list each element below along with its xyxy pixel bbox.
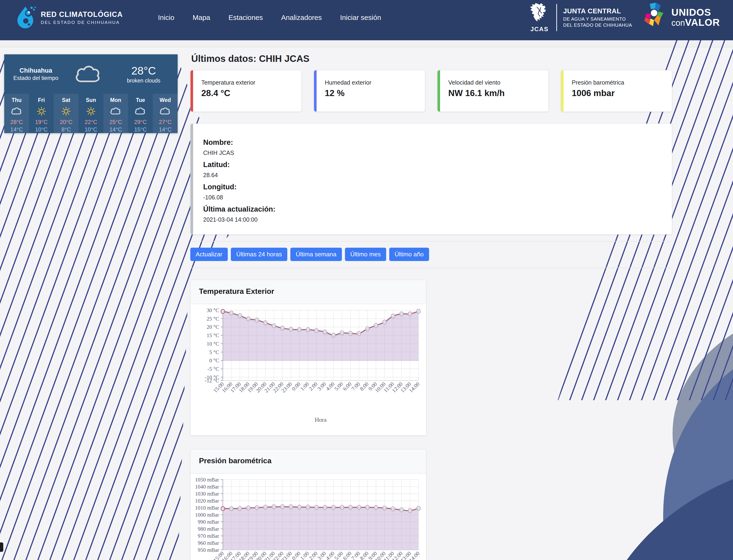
nav-item-iniciar-sesion[interactable]: Iniciar sesión xyxy=(340,14,381,22)
divider xyxy=(190,241,672,242)
nav-menu: Inicio Mapa Estaciones Analizadores Inic… xyxy=(158,14,381,22)
stat-value: 28.4 °C xyxy=(201,88,301,98)
svg-text:30 °C: 30 °C xyxy=(207,307,219,313)
accent-bar-red xyxy=(191,70,193,112)
station-lon: -106.08 xyxy=(203,194,661,201)
jcas-separator xyxy=(556,4,557,31)
svg-text:7:00: 7:00 xyxy=(350,381,361,392)
stat-card-temperatura: Temperatura exterior 28.4 °C xyxy=(190,70,302,112)
stat-label: Temperatura exterior xyxy=(201,79,301,86)
charts-grid: Temperatura Exterior 30 °C25 °C20 °C15 °… xyxy=(190,280,672,560)
stat-label: Humedad exterior xyxy=(325,79,425,86)
accent-bar-yellow xyxy=(561,70,564,112)
corner-chip xyxy=(0,542,3,552)
stat-card-humedad: Humedad exterior 12 % xyxy=(314,70,425,112)
forecast-row: Thu 28°C 14°C Fri 19°C 10°C Sat 20°C 8°C… xyxy=(4,94,178,133)
sun-icon xyxy=(79,106,103,116)
svg-text:1040 mBar: 1040 mBar xyxy=(195,484,219,490)
presion-barometrica-chart: 1050 mBar1040 mBar1030 mBar1020 mBar1010… xyxy=(191,474,426,560)
forecast-day: Wed 27°C 14°C xyxy=(153,94,178,133)
svg-text:5:00: 5:00 xyxy=(333,550,344,560)
divider xyxy=(190,268,672,268)
svg-text:6:00: 6:00 xyxy=(342,381,353,392)
ultima-semana-button[interactable]: Última semana xyxy=(290,248,342,261)
cloud-icon xyxy=(4,106,29,116)
svg-text:990 mBar: 990 mBar xyxy=(198,519,219,525)
stat-value: 1006 mbar xyxy=(572,88,672,98)
svg-text:6:00: 6:00 xyxy=(342,550,353,560)
svg-text:4:00: 4:00 xyxy=(325,381,336,392)
nav-item-analizadores[interactable]: Analizadores xyxy=(281,14,322,22)
stat-label: Velocidad del viento xyxy=(448,79,548,86)
station-name-label: Nombre: xyxy=(203,138,661,147)
station-lat: 28.64 xyxy=(203,172,661,179)
svg-text:1:00: 1:00 xyxy=(299,381,310,392)
forecast-day: Sun 22°C 10°C xyxy=(79,94,103,133)
ultimo-mes-button[interactable]: Último mes xyxy=(345,248,386,261)
navbar: RED CLIMATOLÓGICA DEL ESTADO DE CHIHUAHU… xyxy=(0,0,733,40)
unidos-line1: UNIDOS xyxy=(671,7,720,18)
accent-bar-blue xyxy=(314,70,317,112)
brand-title: RED CLIMATOLÓGICA xyxy=(41,10,123,19)
nav-item-mapa[interactable]: Mapa xyxy=(193,14,210,22)
forecast-day: Fri 19°C 10°C xyxy=(29,94,54,133)
svg-text:960 mBar: 960 mBar xyxy=(198,540,219,546)
water-drop-logo-icon xyxy=(15,5,36,30)
weather-condition: broken clouds xyxy=(110,78,178,84)
station-lon-label: Longitud: xyxy=(203,183,661,191)
weather-subtitle: Estado del tiempo xyxy=(4,75,67,81)
chart-title: Presión barométrica xyxy=(199,456,271,465)
sun-icon xyxy=(54,106,79,116)
station-lat-label: Latitud: xyxy=(203,161,661,169)
accent-bar-green xyxy=(438,70,440,112)
svg-text:1010 mBar: 1010 mBar xyxy=(195,505,219,511)
jcas-subtitle-2: DEL ESTADO DE CHIHUAHUA xyxy=(563,22,632,28)
jcas-logo: JCAS JUNTA CENTRAL DE AGUA Y SANEAMIENTO… xyxy=(529,3,632,33)
svg-text:20 °C: 20 °C xyxy=(207,324,219,330)
chart-title: Temperatura Exterior xyxy=(199,287,274,295)
stat-label: Presión barométrica xyxy=(572,79,672,86)
forecast-day: Sat 20°C 8°C xyxy=(54,94,79,133)
actualizar-button[interactable]: Actualizar xyxy=(190,248,228,261)
svg-text:950 mBar: 950 mBar xyxy=(198,547,219,553)
cloud-icon xyxy=(103,106,128,116)
nav-item-inicio[interactable]: Inicio xyxy=(158,14,174,22)
svg-text:5 °C: 5 °C xyxy=(209,349,219,355)
svg-text:1:00: 1:00 xyxy=(299,550,310,560)
unidos-con: con xyxy=(671,18,685,28)
svg-text:0:00: 0:00 xyxy=(291,550,302,560)
svg-text:3:00: 3:00 xyxy=(316,550,327,560)
page-title: Últimos datos: CHIH JCAS xyxy=(191,53,672,64)
svg-text:1000 mBar: 1000 mBar xyxy=(195,512,219,518)
svg-text:1050 mBar: 1050 mBar xyxy=(195,477,219,483)
svg-text:4:00: 4:00 xyxy=(325,550,336,560)
svg-text:0 °C: 0 °C xyxy=(209,358,219,363)
svg-text:-5 °C: -5 °C xyxy=(208,366,219,372)
ultimo-ano-button[interactable]: Último año xyxy=(389,248,429,261)
stat-value: NW 16.1 km/h xyxy=(448,88,548,98)
ultimas-24-horas-button[interactable]: Últimas 24 horas xyxy=(231,248,287,261)
svg-text:8:00: 8:00 xyxy=(359,381,370,392)
station-updated: 2021-03-04 14:00:00 xyxy=(203,216,661,223)
station-updated-label: Última actualización: xyxy=(203,205,661,213)
station-info-panel: Nombre: CHIH JCAS Latitud: 28.64 Longitu… xyxy=(190,123,672,235)
nav-item-estaciones[interactable]: Estaciones xyxy=(228,14,263,22)
svg-text:970 mBar: 970 mBar xyxy=(198,533,219,539)
svg-text:1020 mBar: 1020 mBar xyxy=(195,498,219,504)
chart-card-presion-barometrica: Presión barométrica 1050 mBar1040 mBar10… xyxy=(190,449,426,560)
weather-current-temp: 28°C xyxy=(110,64,178,77)
stat-cards-row: Temperatura exterior 28.4 °C Humedad ext… xyxy=(190,70,672,112)
stat-value: 12 % xyxy=(325,88,425,98)
svg-text:2:00: 2:00 xyxy=(308,381,319,392)
sun-icon xyxy=(29,106,54,116)
subnav-band xyxy=(0,40,733,47)
svg-text:3:00: 3:00 xyxy=(316,381,327,392)
accent-bar-gray xyxy=(191,124,193,234)
unidos-valor: VALOR xyxy=(685,17,720,28)
svg-text:Hora: Hora xyxy=(315,417,327,423)
svg-text:0:00: 0:00 xyxy=(291,381,302,392)
forecast-day: Mon 25°C 14°C xyxy=(103,94,128,133)
svg-text:5:00: 5:00 xyxy=(333,381,344,392)
brand[interactable]: RED CLIMATOLÓGICA DEL ESTADO DE CHIHUAHU… xyxy=(15,5,123,30)
svg-text:-12 °C: -12 °C xyxy=(205,378,219,384)
